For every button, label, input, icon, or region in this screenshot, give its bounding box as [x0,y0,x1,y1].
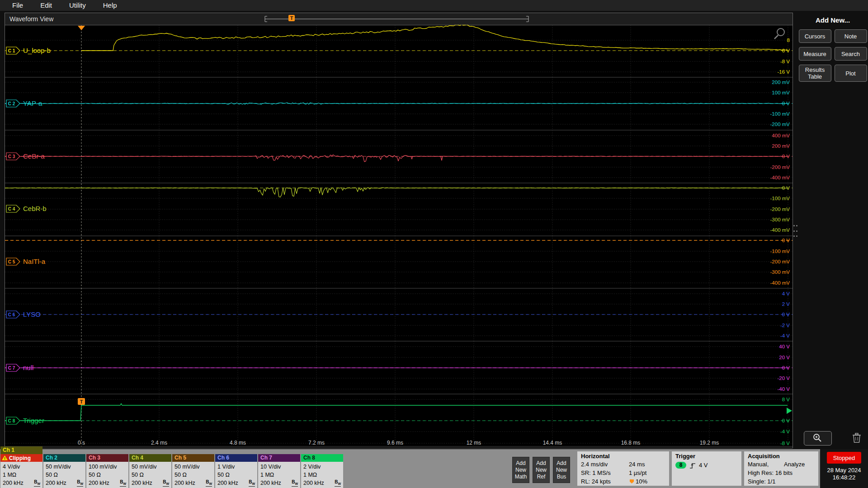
menu-utility[interactable]: Utility [61,0,94,11]
channel-scale: 50 mV/div [129,463,171,471]
channel-impedance: 1 MΩ [301,471,343,479]
horizontal-scale: 2.4 ms/div [581,461,629,468]
axis-label: 8 [787,38,790,43]
time-axis-label: 12 ms [467,440,481,446]
svg-text:!: ! [4,456,5,460]
waveform-plot[interactable]: T80 V-8 V-16 V200 mV100 mV0 V-100 mV-200… [5,25,793,448]
channel-label-c3: CeBr-a [23,152,45,160]
axis-label: 20 V [779,355,790,360]
trigger-level-arrow[interactable] [787,408,792,414]
time-axis-label: 4.8 ms [230,440,246,446]
bandwidth-icon: BW [292,480,298,487]
add-new-math-button[interactable]: AddNewMath [512,457,529,483]
channel-tile-title: Ch 4 [129,454,171,462]
horizontal-position: 10% [636,478,647,485]
axis-label: -300 mV [770,269,790,275]
channel-badge-c3[interactable]: C 3 [6,153,20,160]
panel-button-cursors[interactable]: Cursors [799,29,831,43]
channel-bandwidth: 200 kHzBW [215,479,257,487]
bandwidth-icon: BW [77,480,83,487]
zoom-tool-icon[interactable] [774,28,784,39]
plot-tools [797,431,868,446]
channel-settings-ch4[interactable]: Ch 450 mV/div50 Ω200 kHzBW [129,454,171,488]
panel-button-search[interactable]: Search [835,47,867,61]
channel-badge-c5[interactable]: C 5 [6,258,20,265]
expansion-point-marker[interactable] [78,26,85,30]
axis-label: 4 V [782,291,790,296]
time-axis-label: 16.8 ms [621,440,641,446]
svg-text:T: T [80,399,83,404]
acquisition-title: Acquisition [748,453,815,460]
channel-badge-c8[interactable]: C 8 [6,417,20,424]
channel-scale: 50 mV/div [172,463,214,471]
trace-c3-spike [441,156,443,160]
record-view-ruler[interactable]: T [5,13,793,25]
zoom-button[interactable] [804,431,832,446]
waveform-view-tab[interactable]: Waveform View [9,13,53,25]
trigger-source-badge: 8 [675,462,686,469]
time-axis-label: 2.4 ms [151,440,167,446]
waveform-view-header: T Waveform View [5,13,793,25]
acquisition-mode: Manual, [748,461,784,468]
panel-button-plot[interactable]: Plot [835,65,867,82]
svg-text:C 2: C 2 [8,101,15,106]
axis-label: -200 mV [770,164,790,170]
channel-badge-c1[interactable]: C 1 [6,47,20,54]
panel-button-results-table[interactable]: Results Table [799,65,831,82]
channel-settings-ch1[interactable]: Ch 1!Clipping4 V/div1 MΩ200 kHzBW [0,446,42,488]
time-label: 16:48:22 [827,474,861,481]
channel-badge-c4[interactable]: C 4 [6,205,20,212]
channel-scale: 4 V/div [0,463,42,471]
channel-impedance: 50 Ω [129,471,171,479]
bandwidth-icon: BW [206,480,212,487]
channel-settings-ch7[interactable]: Ch 710 V/div1 MΩ200 kHzBW [258,454,300,488]
menu-file[interactable]: File [4,0,32,11]
svg-text:T: T [290,15,293,21]
channel-settings-ch5[interactable]: Ch 550 mV/div50 Ω200 kHzBW [172,454,214,488]
channel-settings-ch2[interactable]: Ch 250 mV/div50 Ω200 kHzBW [43,454,85,488]
trace-c2 [5,103,788,104]
axis-label: -8 V [780,441,790,446]
trigger-title: Trigger [675,453,738,460]
channel-settings-ch3[interactable]: Ch 3100 mV/div50 Ω200 kHzBW [86,454,128,488]
horizontal-sample-rate: SR: 1 MS/s [581,469,629,476]
clipping-label: Clipping [9,455,31,461]
add-new-title: Add New... [797,16,868,24]
channel-tile-title: Ch 5 [172,454,214,462]
acquisition-panel[interactable]: Acquisition Manual, Analyze High Res: 16… [744,451,818,486]
channel-settings-ch8[interactable]: Ch 82 V/div1 MΩ200 kHzBW [301,454,343,488]
panel-splitter-handle[interactable] [793,225,797,237]
add-new-ref-button[interactable]: AddNewRef [533,457,550,483]
axis-label: -400 mV [770,227,790,233]
svg-text:C 7: C 7 [8,366,15,371]
channel-label-c7: null [23,364,33,371]
channel-scale: 10 V/div [258,463,300,471]
panel-button-measure[interactable]: Measure [799,47,831,61]
axis-label: -300 mV [770,217,790,222]
axis-label: -100 mV [770,249,790,254]
time-axis-label: 0 s [78,440,85,446]
add-new-bus-button[interactable]: AddNewBus [553,457,570,483]
channel-tile-title: Ch 6 [215,454,257,462]
channel-bandwidth: 200 kHzBW [0,479,42,487]
horizontal-record-length: RL: 24 kpts [581,478,629,485]
trigger-panel[interactable]: Trigger 8 4 V [672,451,741,486]
run-stop-button[interactable]: Stopped [827,452,861,464]
panel-button-note[interactable]: Note [835,29,867,43]
bandwidth-icon: BW [249,480,255,487]
channel-badge-c7[interactable]: C 7 [6,364,20,371]
axis-label: 200 mV [772,143,790,149]
horizontal-panel[interactable]: Horizontal 2.4 ms/div 24 ms SR: 1 MS/s 1… [577,451,669,486]
channel-badge-c2[interactable]: C 2 [6,100,20,107]
axis-label: 0 V [782,365,790,371]
menu-help[interactable]: Help [94,0,126,11]
channel-badge-c6[interactable]: C 6 [6,311,20,318]
axis-label: 2 V [782,301,790,307]
acquisition-analyze: Analyze [784,461,805,468]
trash-button[interactable] [852,432,862,445]
menu-edit[interactable]: Edit [32,0,61,11]
channel-settings-ch6[interactable]: Ch 61 V/div50 Ω200 kHzBW [215,454,257,488]
trace-c1 [81,25,788,51]
channel-bandwidth: 200 kHzBW [43,479,85,487]
run-status-section: Stopped 28 May 2024 16:48:22 [820,449,868,488]
